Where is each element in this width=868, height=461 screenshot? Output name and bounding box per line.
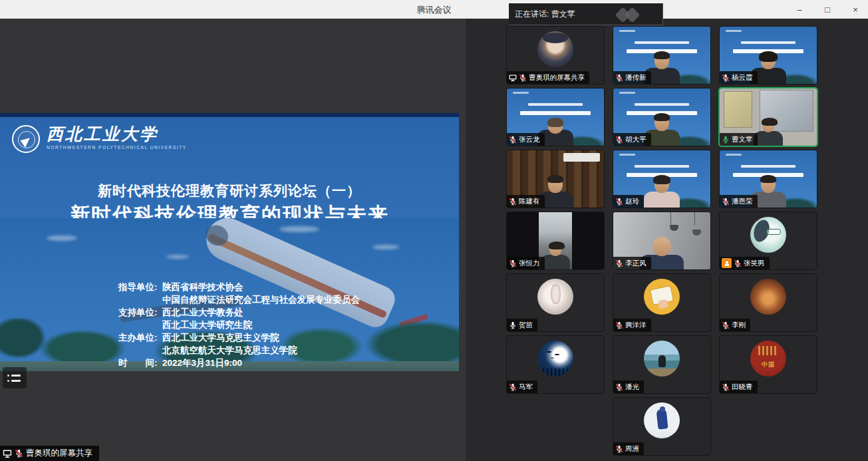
- silhouette-head: [762, 119, 774, 132]
- participant-nameplate: 贺苗: [507, 319, 537, 331]
- university-logo-block: 西北工业大学 NORTHWESTERN POLYTECHNICAL UNIVER…: [12, 125, 187, 153]
- snow-person-avatar: [644, 402, 680, 438]
- participant-tile[interactable]: 李刚: [720, 274, 817, 331]
- participant-name: 田晓青: [732, 383, 753, 392]
- university-emblem-icon: [12, 125, 40, 153]
- participant-nameplate: 陈建有: [507, 195, 545, 208]
- minimize-icon[interactable]: –: [794, 3, 805, 15]
- participant-nameplate: 赵玲: [613, 195, 644, 208]
- muted-mic-icon[interactable]: [722, 321, 730, 329]
- participant-name: 陈建有: [519, 197, 540, 206]
- participant-tile[interactable]: 陈建有: [507, 150, 604, 208]
- participant-tile[interactable]: 赵玲: [613, 150, 710, 208]
- muted-mic-icon[interactable]: [615, 74, 623, 82]
- muted-mic-icon[interactable]: [615, 445, 623, 453]
- muted-mic-icon[interactable]: [509, 136, 517, 144]
- active-mic-icon[interactable]: [722, 136, 730, 144]
- mini-slide-logo: [513, 92, 529, 94]
- university-name-cn: 西北工业大学: [47, 125, 187, 144]
- participant-tile[interactable]: 李正风: [613, 212, 710, 269]
- participant-tile[interactable]: 张云龙: [507, 88, 604, 146]
- participant-name: 张恒力: [519, 259, 540, 268]
- mic-on-icon[interactable]: [509, 321, 517, 329]
- maximize-icon[interactable]: □: [821, 3, 833, 15]
- university-name-en: NORTHWESTERN POLYTECHNICAL UNIVERSITY: [47, 145, 187, 150]
- participant-tile[interactable]: 贺苗: [507, 274, 604, 331]
- participant-nameplate: 曹文苹: [720, 133, 758, 146]
- participant-nameplate: 张云龙: [507, 133, 545, 146]
- muted-mic-icon[interactable]: [722, 198, 730, 206]
- info-label: [118, 319, 162, 331]
- silhouette-body: [644, 192, 680, 208]
- participant-nameplate: 潘传新: [613, 71, 651, 84]
- participant-tile[interactable]: 马军: [507, 336, 604, 393]
- screen-share-status-bar: 曹奥琪的屏幕共享: [0, 446, 99, 461]
- participant-tile[interactable]: 张笑男: [720, 212, 817, 269]
- participant-tile[interactable]: 中国田晓青: [720, 336, 817, 393]
- participant-name: 潘恩荣: [732, 197, 753, 206]
- participant-tile[interactable]: 胡大平: [613, 88, 710, 146]
- list-icon: [7, 375, 27, 377]
- participant-tile[interactable]: 张恒力: [507, 212, 604, 269]
- info-text: 西北工业大学马克思主义学院: [162, 331, 279, 344]
- participant-tile[interactable]: 曹文苹: [720, 88, 817, 146]
- info-label: 时 间:: [118, 357, 162, 369]
- info-row: 主办单位: 西北工业大学马克思主义学院: [118, 331, 360, 344]
- participant-name: 李刚: [732, 321, 746, 330]
- mini-slide-logo: [619, 92, 635, 94]
- participant-tile[interactable]: 潘传新: [613, 27, 710, 84]
- cat-avatar: [537, 279, 573, 315]
- university-names: 西北工业大学 NORTHWESTERN POLYTECHNICAL UNIVER…: [47, 125, 187, 150]
- info-row: 中国自然辩证法研究会工程与社会发展专业委员会: [118, 293, 360, 306]
- muted-mic-icon[interactable]: [722, 74, 730, 82]
- muted-mic-icon[interactable]: [509, 259, 517, 267]
- list-bar: [11, 380, 21, 382]
- speaking-label: 正在讲话:: [515, 9, 549, 19]
- participant-tile[interactable]: 周洲: [613, 398, 710, 455]
- close-icon[interactable]: ×: [849, 3, 861, 15]
- muted-mic-icon[interactable]: [519, 74, 527, 82]
- participant-nameplate: 潘光: [613, 381, 644, 393]
- info-row: 时 间: 2022年3月31日9:00: [118, 357, 360, 369]
- participant-tile[interactable]: 腾洋洋: [613, 274, 710, 331]
- screen-share-icon: [3, 449, 12, 458]
- screen-share-area: 西北工业大学 NORTHWESTERN POLYTECHNICAL UNIVER…: [0, 19, 466, 461]
- mini-slide-logo: [619, 154, 635, 156]
- participant-nameplate: 潘恩荣: [720, 195, 758, 208]
- muted-mic-icon[interactable]: [615, 259, 623, 267]
- info-label: 主办单位:: [118, 331, 162, 344]
- muted-mic-icon[interactable]: [509, 198, 517, 206]
- silhouette-head: [761, 53, 776, 69]
- participant-nameplate: 杨云霞: [720, 71, 758, 84]
- muted-mic-icon[interactable]: [722, 383, 730, 391]
- participant-nameplate: 腾洋洋: [613, 319, 651, 331]
- participant-name: 贺苗: [519, 321, 533, 330]
- window-titlebar: 腾讯会议 – □ ×: [0, 0, 868, 19]
- participant-nameplate: 周洲: [613, 442, 644, 455]
- silhouette-body: [754, 131, 783, 146]
- participant-nameplate: 胡大平: [613, 133, 651, 146]
- participant-tile[interactable]: 潘光: [613, 336, 710, 393]
- participant-tile[interactable]: 杨云霞: [720, 27, 817, 84]
- participant-tile[interactable]: 曹奥琪的屏幕共享: [507, 27, 604, 84]
- info-row: 北京航空航天大学马克思主义学院: [118, 344, 360, 357]
- muted-mic-icon[interactable]: [615, 383, 623, 391]
- muted-mic-icon[interactable]: [615, 321, 623, 329]
- participant-nameplate: 李刚: [720, 319, 750, 331]
- participant-nameplate: 张笑男: [720, 257, 770, 269]
- logo-diamond-right: [624, 7, 640, 23]
- participant-name: 潘光: [625, 383, 639, 392]
- muted-mic-icon[interactable]: [734, 259, 742, 267]
- silhouette-head: [548, 119, 563, 134]
- annotation-list-button[interactable]: [3, 367, 27, 388]
- participant-tile[interactable]: 潘恩荣: [720, 150, 817, 208]
- participant-nameplate: 李正风: [613, 257, 651, 269]
- info-text: 西北工业大学研究生院: [162, 319, 252, 331]
- muted-mic-icon[interactable]: [615, 136, 623, 144]
- muted-mic-icon[interactable]: [509, 383, 517, 391]
- participant-name: 胡大平: [625, 135, 647, 144]
- participant-grid: 曹奥琪的屏幕共享潘传新杨云霞张云龙胡大平曹文苹陈建有赵玲潘恩荣张恒力李正风张笑男…: [466, 19, 868, 461]
- silhouette-body: [541, 255, 570, 269]
- muted-mic-icon[interactable]: [615, 198, 623, 206]
- participant-nameplate: 马军: [507, 381, 537, 393]
